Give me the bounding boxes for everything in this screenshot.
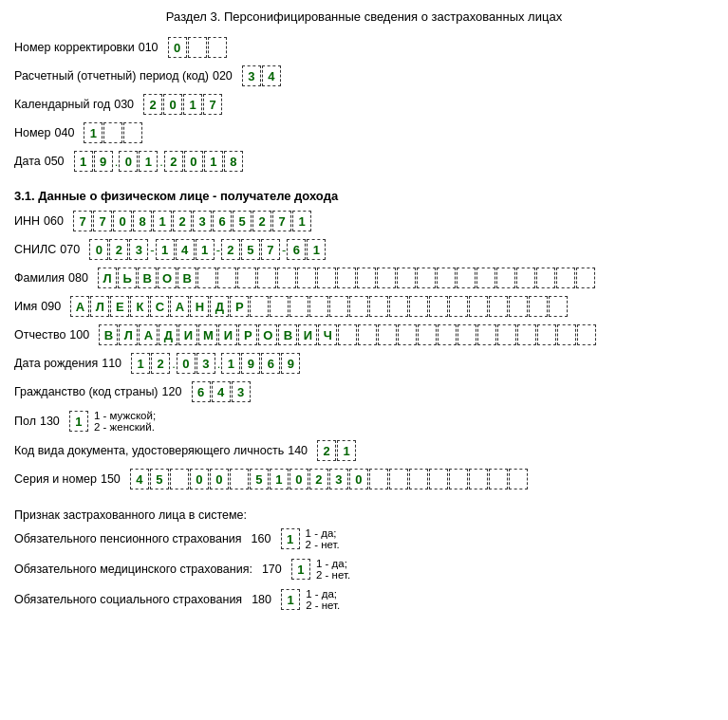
medical-code: 170 [262,563,289,576]
date-code: 050 [45,155,71,168]
middlename-row: Отчество 100 В Л А Д И М И Р О В И Ч [14,324,714,345]
inn-row: ИНН 060 7 7 0 8 1 2 3 6 5 2 7 1 [14,211,714,231]
lastname-row: Фамилия 080 Л Ь В О В [14,268,714,288]
snils-code: 070 [60,243,86,256]
period-code: 020 [213,69,239,83]
date-month-2: 1 [139,151,158,172]
social-hint-1: 1 - да; [306,588,340,600]
number-row: Номер 040 1 [14,122,714,143]
date-year-2: 0 [184,151,203,172]
pension-row: Обязательного пенсионного страхования 16… [14,527,714,550]
insurance-header: Признак застрахованного лица в системе: [14,508,714,522]
birthdate-row: Дата рождения 110 1 2 . 0 3 . 1 9 6 9 [14,353,714,374]
period-row: Расчетный (отчетный) период (код) 020 3 … [14,65,714,86]
pension-code: 160 [252,532,278,545]
lastname-cells: Л Ь В О В [98,268,596,288]
pension-hint: 1 - да; 2 - нет. [306,527,340,550]
sex-label: Пол [14,415,36,428]
correction-cells: 0 [168,37,228,58]
birthdate-cells: 1 2 . 0 3 . 1 9 6 9 [131,353,301,374]
social-hint-2: 2 - нет. [306,600,340,611]
sex-code: 130 [40,415,66,428]
sex-row: Пол 130 1 1 - мужской; 2 - женский. [14,410,714,433]
birthdate-label: Дата рождения [14,357,98,370]
social-code: 180 [252,593,278,606]
year-cell-1: 2 [143,94,162,115]
citizenship-code: 120 [162,385,189,398]
number-cells: 1 [84,122,143,143]
year-cell-4: 7 [203,94,222,115]
date-month-1: 0 [119,151,138,172]
doctype-label: Код вида документа, удостоверяющего личн… [14,444,284,457]
number-cell-2 [103,122,122,143]
pension-cells: 1 [281,528,301,549]
medical-cells: 1 [291,559,311,580]
inn-code: 060 [44,214,70,228]
period-cell-2: 4 [262,65,281,86]
correction-cell-2 [188,37,207,58]
snils-label: СНИЛС [14,243,56,256]
doctype-code: 140 [288,444,314,457]
date-year-3: 1 [204,151,223,172]
social-cells: 1 [281,589,301,610]
period-cell-1: 3 [242,65,261,86]
citizenship-label: Гражданство (код страны) [14,385,159,398]
section-31-header: 3.1. Данные о физическом лице - получате… [14,189,714,203]
period-cells: 3 4 [242,65,282,86]
year-label: Календарный год [14,98,110,111]
date-year-1: 2 [164,151,183,172]
inn-cells: 7 7 0 8 1 2 3 6 5 2 7 1 [73,211,312,231]
page-title: Раздел 3. Персонифицированные сведения о… [14,9,714,24]
medical-label: Обязательного медицинского страхования: [14,563,252,576]
citizenship-cells: 6 4 3 [192,381,252,402]
number-label: Номер [14,126,50,139]
middlename-label: Отчество [14,328,65,342]
year-row: Календарный год 030 2 0 1 7 [14,94,714,115]
docseries-label: Серия и номер [14,472,97,486]
date-label: Дата [14,155,41,168]
social-row: Обязательного социального страхования 18… [14,588,714,611]
medical-hint: 1 - да; 2 - нет. [316,558,350,581]
date-year-4: 8 [224,151,243,172]
year-cell-3: 1 [183,94,202,115]
sex-hint-1: 1 - мужской; [94,410,156,421]
correction-row: Номер корректировки 010 0 [14,37,714,58]
date-sep-2: . [159,155,163,169]
pension-hint-2: 2 - нет. [306,539,340,550]
date-day-1: 1 [74,151,93,172]
snils-cells: 0 2 3 - 1 4 1 - 2 5 7 - 6 1 [89,239,327,260]
correction-label: Номер корректировки [14,41,135,54]
docseries-row: Серия и номер 150 4 5 0 0 5 1 0 2 3 0 [14,469,714,489]
doctype-cells: 2 1 [317,440,357,461]
docseries-cells: 4 5 0 0 5 1 0 2 3 0 [130,469,529,489]
firstname-code: 090 [41,300,67,313]
lastname-code: 080 [68,271,95,285]
middlename-cells: В Л А Д И М И Р О В И Ч [99,324,597,345]
pension-label: Обязательного пенсионного страхования [14,532,242,545]
number-cell-3 [123,122,142,143]
sex-hint-2: 2 - женский. [94,421,156,433]
inn-label: ИНН [14,214,40,228]
medical-row: Обязательного медицинского страхования: … [14,558,714,581]
year-cells: 2 0 1 7 [143,94,223,115]
date-sep-1: . [115,155,119,169]
docseries-code: 150 [101,472,127,486]
snils-row: СНИЛС 070 0 2 3 - 1 4 1 - 2 5 7 - 6 1 [14,239,714,260]
firstname-cells: А Л Е К С А Н Д Р [70,296,569,317]
social-label: Обязательного социального страхования [14,593,242,606]
birthdate-code: 110 [102,357,128,370]
firstname-label: Имя [14,300,37,313]
pension-hint-1: 1 - да; [306,527,340,539]
year-code: 030 [114,98,140,111]
medical-hint-1: 1 - да; [316,558,350,569]
correction-cell-3 [208,37,227,58]
correction-code: 010 [139,41,165,54]
firstname-row: Имя 090 А Л Е К С А Н Д Р [14,296,714,317]
date-row: Дата 050 1 9 . 0 1 . 2 0 1 8 [14,151,714,172]
date-day-2: 9 [94,151,113,172]
middlename-code: 100 [69,328,96,342]
number-code: 040 [54,126,81,139]
period-label: Расчетный (отчетный) период (код) [14,69,209,83]
medical-hint-2: 2 - нет. [316,569,350,581]
number-cell-1: 1 [84,122,103,143]
